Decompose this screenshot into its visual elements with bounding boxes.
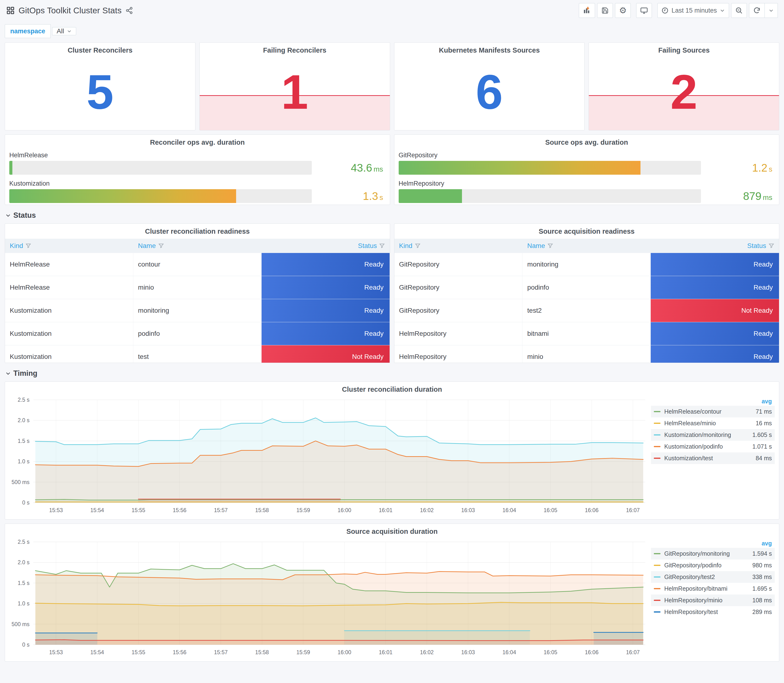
column-header-status[interactable]: Status [651, 239, 779, 253]
cell-name: test2 [523, 299, 651, 322]
filter-funnel-icon[interactable] [768, 243, 774, 249]
gauge-line: 1.3s [9, 189, 386, 203]
section-status-title: Status [13, 211, 36, 220]
stat-value: 6 [394, 67, 585, 116]
legend-series-name[interactable]: GitRepository/podinfo [664, 562, 736, 569]
chart-legend: avgHelmRelease/contour71 msHelmRelease/m… [651, 397, 775, 464]
table-row: GitRepositorymonitoringReady [394, 253, 779, 276]
zoom-out-button[interactable] [731, 3, 747, 18]
cell-status: Ready [651, 276, 779, 299]
column-header-name[interactable]: Name [133, 239, 261, 253]
namespace-variable-dropdown[interactable]: All [52, 27, 76, 35]
legend-series-name[interactable]: GitRepository/monitoring [664, 550, 736, 557]
legend-series-name[interactable]: Kustomization/podinfo [664, 443, 736, 450]
filter-funnel-icon[interactable] [158, 243, 164, 249]
add-panel-button[interactable] [579, 3, 595, 18]
cell-status: Ready [261, 322, 390, 345]
svg-text:16:01: 16:01 [379, 649, 393, 656]
legend-row: HelmRepository/test289 ms [651, 606, 775, 618]
legend-series-name[interactable]: HelmRepository/test [664, 609, 736, 616]
cell-kind: GitRepository [394, 253, 523, 276]
gauge-fill [9, 189, 236, 203]
panel-title[interactable]: Source acquisition readiness [394, 224, 779, 236]
panel-title[interactable]: Source ops avg. duration [398, 135, 776, 146]
column-header-name[interactable]: Name [523, 239, 651, 253]
column-header-label: Name [527, 242, 545, 250]
charts-column: Cluster reconciliation duration0 s500 ms… [5, 382, 779, 662]
refresh-button[interactable] [749, 3, 765, 18]
namespace-variable-label[interactable]: namespace [5, 24, 51, 38]
stats-row: Cluster Reconcilers5Failing Reconcilers1… [5, 42, 779, 130]
column-header-status[interactable]: Status [261, 239, 390, 253]
panel-title[interactable]: Failing Sources [589, 43, 779, 54]
gauge-track [399, 161, 701, 175]
legend-series-name[interactable]: GitRepository/test2 [664, 574, 736, 580]
panel-title[interactable]: Source acquisition duration [5, 524, 779, 535]
chart-plot-area[interactable]: 0 s500 ms1.0 s1.5 s2.0 s2.5 s15:5315:541… [8, 396, 649, 515]
svg-text:16:04: 16:04 [502, 507, 516, 513]
chevron-down-icon [5, 370, 11, 376]
stat-panel: Failing Reconcilers1 [199, 42, 390, 130]
gauge-label: Kustomization [9, 180, 386, 187]
legend-series-name[interactable]: HelmRelease/minio [664, 420, 736, 427]
panel-title[interactable]: Cluster reconciliation duration [5, 382, 779, 393]
monitor-icon [640, 6, 648, 14]
gauge-item: GitRepository1.2s [398, 152, 776, 175]
share-icon[interactable] [125, 6, 133, 14]
tv-mode-button[interactable] [636, 3, 652, 18]
gauge-value-unit: ms [763, 194, 772, 201]
legend-row: Kustomization/test84 ms [651, 452, 775, 464]
svg-text:15:58: 15:58 [255, 649, 269, 656]
panel-title[interactable]: Cluster reconciliation readiness [5, 224, 390, 236]
cell-status: Ready [651, 253, 779, 276]
table-row: GitRepositorytest2Not Ready [394, 299, 779, 322]
legend-series-name[interactable]: HelmRepository/minio [664, 597, 736, 604]
apps-grid-icon[interactable] [6, 6, 15, 15]
cell-kind: Kustomization [5, 322, 133, 345]
column-header-label: Kind [399, 242, 412, 250]
svg-text:0 s: 0 s [22, 500, 29, 506]
legend-series-name[interactable]: Kustomization/monitoring [664, 431, 736, 438]
legend-row: HelmRepository/bitnami1.695 s [651, 583, 775, 595]
panel-title[interactable]: Cluster Reconcilers [5, 43, 195, 54]
section-status[interactable]: Status [5, 211, 779, 220]
cell-kind: GitRepository [394, 299, 523, 322]
dashboard-header: GitOps Toolkit Cluster Stats [5, 0, 779, 21]
legend-series-name[interactable]: HelmRepository/bitnami [664, 585, 736, 592]
legend-series-avg: 108 ms [736, 597, 772, 604]
gauge-label: HelmRelease [9, 152, 386, 159]
legend-series-name[interactable]: Kustomization/test [664, 455, 736, 462]
panel-title[interactable]: Failing Reconcilers [200, 43, 390, 54]
gauge-label: GitRepository [399, 152, 775, 159]
stat-panel: Kubernetes Manifests Sources6 [394, 42, 585, 130]
section-timing[interactable]: Timing [5, 369, 779, 378]
filter-funnel-icon[interactable] [26, 243, 31, 249]
chevron-down-icon [768, 8, 774, 13]
gauge-value-number: 1.3 [363, 190, 378, 202]
cell-status: Ready [261, 253, 390, 276]
svg-text:500 ms: 500 ms [12, 621, 29, 627]
column-header-kind[interactable]: Kind [394, 239, 523, 253]
cell-name: test [133, 345, 261, 363]
legend-series-avg: 84 ms [736, 455, 772, 462]
legend-series-avg: 1.594 s [736, 550, 772, 557]
time-range-picker[interactable]: Last 15 minutes [657, 3, 729, 18]
cell-status: Ready [261, 276, 390, 299]
panel-title[interactable]: Reconciler ops avg. duration [8, 135, 386, 146]
filter-funnel-icon[interactable] [415, 243, 420, 249]
column-header-kind[interactable]: Kind [5, 239, 133, 253]
legend-series-name[interactable]: HelmRelease/contour [664, 408, 736, 415]
gauge-value-number: 1.2 [752, 162, 767, 174]
refresh-interval-dropdown[interactable] [765, 3, 778, 18]
chart-plot-area[interactable]: 0 s500 ms1.0 s1.5 s2.0 s2.5 s15:5315:541… [8, 539, 649, 657]
bar-chart-add-icon [583, 6, 591, 14]
dashboard-settings-button[interactable]: ⚙ [615, 3, 631, 18]
filter-funnel-icon[interactable] [379, 243, 385, 249]
filter-funnel-icon[interactable] [547, 243, 553, 249]
panel-title[interactable]: Kubernetes Manifests Sources [394, 43, 585, 54]
svg-text:15:57: 15:57 [214, 507, 228, 513]
save-dashboard-button[interactable] [597, 3, 613, 18]
legend-series-avg: 338 ms [736, 574, 772, 580]
gauge-fill [399, 161, 640, 175]
cell-name: monitoring [523, 253, 651, 276]
